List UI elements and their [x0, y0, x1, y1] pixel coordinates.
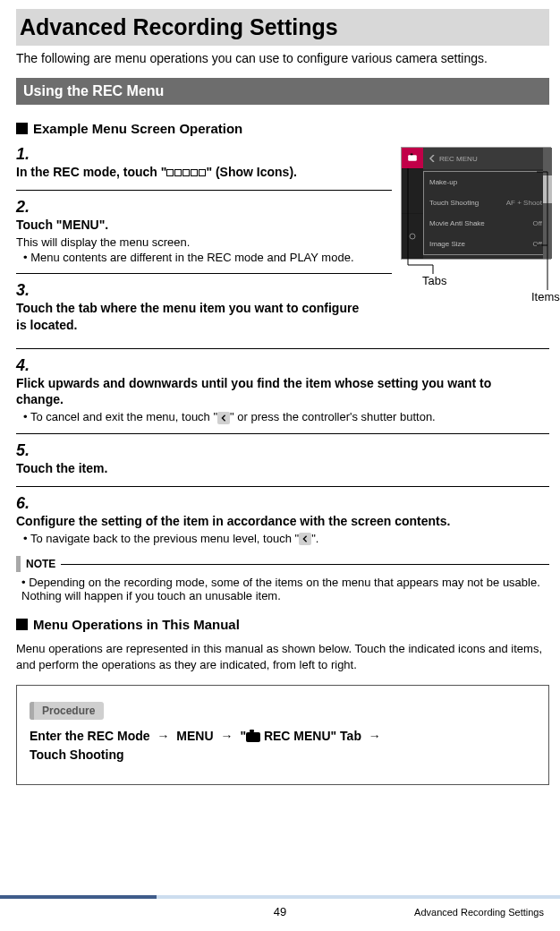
step6-text: Configure the setting of the item in acc… — [16, 513, 526, 530]
section-heading: Using the REC Menu — [16, 78, 549, 105]
procedure-box: Procedure Enter the REC Mode → MENU → " … — [16, 685, 549, 785]
arrow-icon: → — [157, 727, 169, 746]
step4-text: Flick upwards and downwards until you fi… — [16, 375, 526, 409]
step2-text: Touch "MENU". — [16, 217, 369, 234]
menu-items: Make-up Touch ShootingAF + Shoot Movie A… — [423, 171, 548, 255]
step1-text-a: In the REC mode, touch " — [16, 165, 166, 179]
step3-text: Touch the tab where the menu item you wa… — [16, 300, 369, 334]
step6-bullet-a: To navigate back to the previous menu le… — [30, 532, 299, 545]
bullet-square-icon — [16, 619, 28, 630]
step-5: 5. Touch the item. — [16, 441, 549, 477]
step-number: 2. — [16, 198, 36, 217]
menu-ops-heading: Menu Operations in This Manual — [16, 617, 549, 632]
intro-text: The following are menu operations you ca… — [16, 51, 549, 65]
step4-bullet-a: To cancel and exit the menu, touch " — [30, 410, 217, 423]
arrow-icon: → — [369, 727, 381, 746]
step5-text: Touch the item. — [16, 460, 526, 477]
page-title: Advanced Recording Settings — [20, 14, 546, 40]
scroll-strip[interactable] — [543, 148, 552, 259]
camera-icon — [246, 732, 260, 742]
step2-detail: This will display the menu screen. — [16, 235, 369, 249]
menu-row[interactable]: Make-up — [424, 172, 547, 192]
step-4: 4. Flick upwards and downwards until you… — [16, 356, 549, 424]
menu-ops-heading-text: Menu Operations in This Manual — [33, 617, 240, 632]
example-heading-text: Example Menu Screen Operation — [33, 121, 242, 136]
note-text: Depending on the recording mode, some of… — [16, 576, 549, 602]
note-bar-icon — [16, 556, 21, 572]
tab-3[interactable] — [402, 214, 423, 259]
menu-row[interactable]: Movie Anti ShakeOff — [424, 213, 547, 234]
menu-ops-text: Menu operations are represented in this … — [16, 641, 549, 672]
tabs-label: Tabs — [422, 274, 446, 287]
footer-chapter: Advanced Recording Settings — [414, 907, 544, 918]
tab-rec[interactable] — [402, 148, 423, 169]
menu-row[interactable]: Image SizeOff — [424, 234, 547, 254]
footer: 49 Advanced Recording Settings — [0, 905, 560, 918]
step-2: 2. Touch "MENU". This will display the m… — [16, 198, 392, 264]
arrow-icon: → — [220, 727, 233, 746]
step-number: 6. — [16, 494, 36, 513]
step-number: 5. — [16, 441, 36, 460]
step-1: 1. In the REC mode, touch "" (Show Icons… — [16, 145, 392, 181]
svg-point-0 — [410, 234, 415, 239]
menu-header: REC MENU — [423, 148, 550, 169]
show-icons-icon — [166, 169, 206, 176]
step-number: 1. — [16, 145, 36, 164]
footer-rule — [0, 895, 560, 899]
procedure-tag: Procedure — [30, 702, 104, 720]
example-heading: Example Menu Screen Operation — [16, 121, 549, 136]
step-number: 4. — [16, 356, 36, 375]
menu-header-text: REC MENU — [439, 155, 478, 163]
back-icon — [217, 412, 230, 424]
step6-bullet-b: ". — [311, 532, 318, 545]
camera-icon — [408, 155, 417, 161]
back-icon — [299, 533, 311, 545]
step-number: 3. — [16, 281, 36, 300]
back-chevron-icon — [428, 155, 436, 162]
tab-2[interactable] — [402, 169, 423, 214]
items-label: Items — [531, 290, 560, 303]
step-3: 3. Touch the tab where the menu item you… — [16, 281, 392, 334]
menu-row[interactable]: Touch ShootingAF + Shoot — [424, 192, 547, 213]
note-label: NOTE — [26, 558, 55, 570]
step-6: 6. Configure the setting of the item in … — [16, 494, 549, 545]
menu-figure: REC MENU Make-up Touch ShootingAF + — [401, 147, 551, 260]
note-rule — [61, 564, 549, 565]
procedure-text: Enter the REC Mode → MENU → " REC MENU" … — [30, 727, 536, 764]
bullet-square-icon — [16, 123, 28, 134]
step2-bullet: Menu contents are different in the REC m… — [23, 251, 369, 264]
note-heading: NOTE — [16, 556, 549, 572]
step4-bullet-b: " or press the controller's shutter butt… — [230, 410, 436, 423]
step1-text-b: " (Show Icons). — [206, 165, 297, 179]
page-title-bar: Advanced Recording Settings — [16, 9, 549, 46]
page-number: 49 — [274, 905, 286, 918]
gear-icon — [408, 232, 417, 241]
